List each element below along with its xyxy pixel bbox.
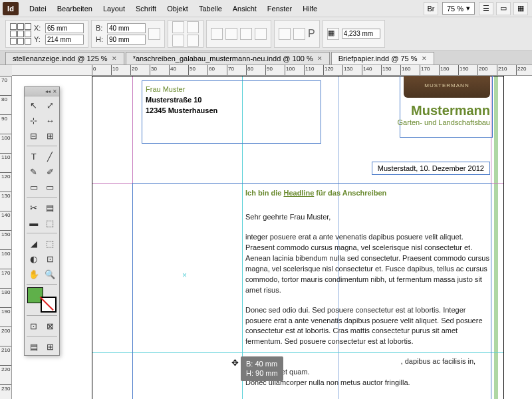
shear-icon[interactable]: [187, 35, 199, 47]
rotate-icon[interactable]: [187, 21, 199, 33]
zoom-tool[interactable]: 🔍: [43, 267, 59, 281]
greeting: Sehr geehrte Frau Muster,: [245, 212, 491, 223]
page-tool[interactable]: ⊹: [26, 113, 42, 128]
type-tool[interactable]: T: [26, 149, 42, 164]
tab-label: *anschreiben_galabau_mustermann-neu.indd…: [133, 55, 313, 63]
arrange-icon[interactable]: ▦: [513, 2, 528, 15]
content-collector-tool[interactable]: ⊟: [26, 128, 42, 143]
h-label: H:: [96, 35, 105, 43]
zoom-value: 75 %: [447, 5, 464, 13]
scale-y-icon[interactable]: [172, 35, 184, 47]
fill-stroke-swatch[interactable]: [27, 287, 57, 313]
rectangle-frame-tool[interactable]: ▭: [26, 180, 42, 194]
company-name: Mustermann: [398, 103, 490, 118]
x-label: X:: [34, 24, 43, 32]
fill-icon[interactable]: [279, 28, 291, 40]
paragraph-icon: P: [308, 28, 315, 40]
menu-tabelle[interactable]: Tabelle: [194, 2, 227, 15]
scissors-tool[interactable]: ✂: [26, 200, 42, 215]
measure-tool[interactable]: ◐: [26, 251, 42, 266]
menubar: Id Datei Bearbeiten Layout Schrift Objek…: [0, 0, 532, 17]
apply-color-tool[interactable]: ⊡: [26, 319, 42, 333]
chevron-down-icon: ▾: [466, 4, 470, 13]
menu-objekt[interactable]: Objekt: [162, 2, 194, 15]
tab-label: Briefpapier.indd @ 75 %: [338, 55, 418, 63]
menu-layout[interactable]: Layout: [98, 2, 130, 15]
menu-ansicht[interactable]: Ansicht: [227, 2, 262, 15]
document-tabs: stellenanzeige.indd @ 125 %✕ *anschreibe…: [0, 51, 532, 65]
h-input[interactable]: [107, 35, 146, 45]
w-input[interactable]: [107, 23, 146, 33]
stroke-icon[interactable]: [293, 28, 305, 40]
control-bar: X: Y: B: H: P ▦: [0, 17, 532, 51]
eyedropper-tool[interactable]: ⬚: [43, 236, 59, 251]
gradient-feather-tool[interactable]: ⬚: [43, 215, 59, 230]
screenmode-icon[interactable]: ▭: [496, 2, 511, 15]
normal-view-tool[interactable]: ▤: [26, 339, 42, 354]
menu-hilfe[interactable]: Hilfe: [297, 2, 323, 15]
selection-tool[interactable]: ↖: [26, 98, 42, 112]
bridge-icon[interactable]: Br: [424, 2, 438, 15]
hand-tool[interactable]: ✋: [26, 267, 42, 281]
gradient-tool[interactable]: ⊡: [43, 251, 59, 266]
dimension-tooltip: B: 40 mm H: 90 mm: [241, 356, 283, 381]
gradient-swatch-tool[interactable]: ▬: [26, 215, 42, 230]
tooltip-height: H: 90 mm: [246, 368, 278, 378]
rectangle-tool[interactable]: ▭: [43, 180, 59, 194]
pen-tool[interactable]: ✎: [26, 164, 42, 179]
page: MUSTERMANN Mustermann Garten- und Landsc…: [92, 76, 504, 399]
company-sub: Garten- und Landschaftsbau: [398, 118, 490, 126]
addr-name: Frau Muster: [146, 84, 217, 95]
tab-label: stellenanzeige.indd @ 125 %: [13, 55, 108, 63]
constrain-icon[interactable]: [148, 28, 160, 40]
addr-street: Musterstraße 10: [146, 95, 217, 106]
content-placer-tool[interactable]: ⊞: [43, 128, 59, 143]
ruler-horizontal[interactable]: 0102030405060708090100110120130140150160…: [12, 65, 532, 76]
direct-selection-tool[interactable]: ⤢: [43, 98, 59, 112]
app-logo: Id: [3, 2, 19, 15]
paragraph-2: Donec sed odio dui. Sed posuere consecte…: [245, 305, 491, 348]
menu-fenster[interactable]: Fenster: [262, 2, 297, 15]
select-content-icon[interactable]: [255, 28, 267, 40]
close-icon[interactable]: ✕: [422, 55, 427, 62]
canvas[interactable]: MUSTERMANN Mustermann Garten- und Landsc…: [12, 76, 532, 399]
flip-h-icon[interactable]: [211, 28, 223, 40]
collapse-icon[interactable]: ◂◂: [45, 88, 51, 94]
note-tool[interactable]: ◢: [26, 236, 42, 251]
address-block: Frau Muster Musterstraße 10 12345 Muster…: [146, 84, 217, 116]
cursor-move-icon: ✥: [231, 358, 239, 368]
tab-stellenanzeige[interactable]: stellenanzeige.indd @ 125 %✕: [5, 52, 124, 65]
menu-schrift[interactable]: Schrift: [130, 2, 162, 15]
menu-datei[interactable]: Datei: [24, 2, 52, 15]
select-container-icon[interactable]: [240, 28, 252, 40]
close-icon[interactable]: ✕: [317, 55, 323, 62]
zoom-select[interactable]: 75 %▾: [442, 2, 475, 15]
close-icon[interactable]: ✕: [53, 88, 57, 94]
stroke-color[interactable]: [41, 297, 57, 313]
gap-tool[interactable]: ↔: [43, 113, 59, 128]
tab-anschreiben[interactable]: *anschreiben_galabau_mustermann-neu.indd…: [126, 52, 330, 65]
preview-view-tool[interactable]: ⊞: [43, 339, 59, 354]
y-input[interactable]: [45, 35, 84, 45]
x-input[interactable]: [45, 23, 84, 33]
pencil-tool[interactable]: ✐: [43, 164, 59, 179]
scale-x-icon[interactable]: [172, 21, 184, 33]
line-tool[interactable]: ╱: [43, 149, 59, 164]
company-block: Mustermann Garten- und Landschaftsbau: [398, 103, 490, 126]
w-label: B:: [96, 24, 105, 32]
free-transform-tool[interactable]: ▤: [43, 200, 59, 215]
ruler-vertical[interactable]: 7080901001101201301401501601701801902002…: [0, 76, 12, 399]
close-icon[interactable]: ✕: [112, 55, 117, 62]
date-box: Musterstadt, 10. Dezember 2012: [372, 162, 490, 175]
apply-none-tool[interactable]: ⊠: [43, 319, 59, 333]
viewmode-icon[interactable]: ☰: [479, 2, 493, 15]
strokeweight-icon: ▦: [327, 28, 339, 40]
panel-header[interactable]: ◂◂✕: [25, 87, 59, 96]
flip-v-icon[interactable]: [225, 28, 237, 40]
y-label: Y:: [34, 35, 43, 43]
menu-bearbeiten[interactable]: Bearbeiten: [52, 2, 98, 15]
tab-briefpapier[interactable]: Briefpapier.indd @ 75 %✕: [331, 52, 434, 65]
reference-point-grid[interactable]: [10, 23, 31, 45]
stroke-weight-input[interactable]: [342, 29, 380, 39]
tools-panel[interactable]: ◂◂✕ ↖⤢ ⊹↔ ⊟⊞ T╱ ✎✐ ▭▭ ✂▤ ▬⬚ ◢⬚ ◐⊡ ✋🔍 ⊡⊠ …: [24, 86, 60, 356]
